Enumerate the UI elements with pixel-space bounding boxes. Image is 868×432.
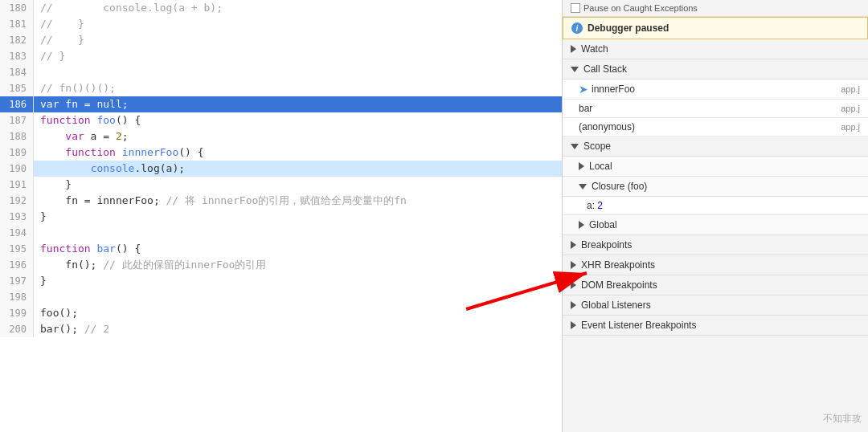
line-number: 180 — [0, 0, 34, 16]
scope-closure-item: a: 2 — [563, 197, 868, 215]
global-listeners-section-header[interactable]: Global Listeners — [563, 295, 868, 316]
scope-key: a: — [587, 200, 597, 211]
pause-on-exceptions: Pause on Caught Exceptions — [563, 0, 868, 17]
code-row: 199 foo(); — [0, 305, 562, 321]
line-number: 191 — [0, 177, 34, 193]
event-listener-collapse-icon — [571, 321, 576, 329]
code-content: } — [34, 177, 562, 193]
scope-label: Scope — [583, 141, 611, 152]
code-content: fn(); // 此处的保留的innerFoo的引用 — [34, 257, 562, 273]
code-content: foo(); — [34, 305, 562, 321]
global-collapse-icon — [579, 221, 584, 229]
line-number: 197 — [0, 273, 34, 289]
call-stack-func-name: bar — [579, 103, 592, 114]
scope-value: 2 — [597, 200, 603, 211]
code-row: 200 bar(); // 2 — [0, 321, 562, 337]
local-section-header[interactable]: Local — [563, 157, 868, 177]
code-row: 198 — [0, 289, 562, 305]
call-stack-section-header[interactable]: Call Stack — [563, 59, 868, 79]
code-row: 197 } — [0, 273, 562, 289]
line-number: 184 — [0, 64, 34, 80]
global-section-header[interactable]: Global — [563, 215, 868, 235]
code-content: } — [34, 209, 562, 225]
code-content — [34, 289, 562, 305]
code-row: 192 fn = innnerFoo; // 将 innnerFoo的引用，赋值… — [0, 193, 562, 209]
code-row-highlighted: 186 var fn = null; — [0, 96, 562, 112]
code-row: 191 } — [0, 177, 562, 193]
debug-panel: Pause on Caught Exceptions i Debugger pa… — [563, 0, 868, 432]
call-stack-item-anonymous[interactable]: (anonymous) app.j — [563, 118, 868, 137]
code-row: 188 var a = 2; — [0, 128, 562, 145]
code-content: // } — [34, 16, 562, 32]
line-number: 189 — [0, 145, 34, 161]
line-number: 196 — [0, 257, 34, 273]
code-content: function foo() { — [34, 112, 562, 128]
line-number: 195 — [0, 241, 34, 257]
line-number: 182 — [0, 32, 34, 48]
call-stack-file: app.j — [841, 122, 860, 132]
global-label: Global — [589, 219, 617, 230]
code-row: 194 — [0, 225, 562, 241]
line-number: 187 — [0, 112, 34, 128]
line-number: 200 — [0, 321, 34, 337]
scope-section-header[interactable]: Scope — [563, 137, 868, 157]
breakpoints-collapse-icon — [571, 241, 576, 249]
call-stack-item-bar[interactable]: bar app.j — [563, 100, 868, 118]
xhr-breakpoints-section-header[interactable]: XHR Breakpoints — [563, 255, 868, 275]
code-row: 193 } — [0, 209, 562, 225]
call-stack-item-innnerFoo[interactable]: ➤ innnerFoo app.j — [563, 79, 868, 100]
watch-section-header[interactable]: Watch — [563, 39, 868, 59]
code-content: fn = innnerFoo; // 将 innnerFoo的引用，赋值给全局变… — [34, 193, 562, 209]
code-content: var fn = null; — [34, 96, 562, 112]
code-content: // fn()()(); — [34, 80, 562, 96]
breakpoints-section-header[interactable]: Breakpoints — [563, 235, 868, 255]
code-panel: 180 // console.log(a + b); 181 // } 182 … — [0, 0, 563, 432]
dom-breakpoints-section-header[interactable]: DOM Breakpoints — [563, 275, 868, 295]
watch-label: Watch — [581, 43, 608, 55]
local-label: Local — [589, 161, 612, 172]
code-row-current: 190 console.log(a); — [0, 161, 562, 177]
line-number: 190 — [0, 161, 34, 177]
code-content: // } — [34, 48, 562, 64]
closure-label: Closure (foo) — [592, 181, 647, 192]
call-stack-label: Call Stack — [583, 63, 627, 75]
code-content — [34, 64, 562, 80]
debugger-paused-label: Debugger paused — [588, 22, 669, 34]
global-listeners-collapse-icon — [571, 301, 576, 309]
code-row: 180 // console.log(a + b); — [0, 0, 562, 16]
code-content: // } — [34, 32, 562, 48]
code-row: 187 function foo() { — [0, 112, 562, 128]
code-row: 184 — [0, 64, 562, 80]
code-row: 195 function bar() { — [0, 241, 562, 257]
code-row: 189 function innnerFoo() { — [0, 145, 562, 161]
event-listener-section-header[interactable]: Event Listener Breakpoints — [563, 316, 868, 336]
xhr-collapse-icon — [571, 261, 576, 269]
breakpoints-label: Breakpoints — [581, 239, 632, 251]
pause-exceptions-checkbox[interactable] — [571, 3, 580, 13]
call-stack-file: app.j — [841, 84, 860, 94]
call-stack-collapse-icon — [571, 67, 579, 72]
dom-label: DOM Breakpoints — [581, 279, 657, 291]
watermark: 不知非攻 — [823, 412, 862, 426]
code-content: } — [34, 273, 562, 289]
code-row: 182 // } — [0, 32, 562, 48]
global-listeners-label: Global Listeners — [581, 300, 651, 311]
line-number: 186 — [0, 96, 34, 112]
code-content: // console.log(a + b); — [34, 0, 562, 16]
scope-collapse-icon — [571, 144, 579, 149]
main-container: 180 // console.log(a + b); 181 // } 182 … — [0, 0, 868, 432]
dom-collapse-icon — [571, 281, 576, 289]
line-number: 198 — [0, 289, 34, 305]
code-content — [34, 225, 562, 241]
call-stack-func-name: (anonymous) — [579, 121, 635, 132]
code-content: var a = 2; — [34, 128, 562, 145]
call-stack-file: app.j — [841, 104, 860, 113]
closure-section-header[interactable]: Closure (foo) — [563, 177, 868, 197]
line-number: 199 — [0, 305, 34, 321]
code-content: bar(); // 2 — [34, 321, 562, 337]
info-icon: i — [571, 22, 583, 34]
code-row: 196 fn(); // 此处的保留的innerFoo的引用 — [0, 257, 562, 273]
line-number: 192 — [0, 193, 34, 209]
code-row: 183 // } — [0, 48, 562, 64]
line-number: 188 — [0, 128, 34, 145]
